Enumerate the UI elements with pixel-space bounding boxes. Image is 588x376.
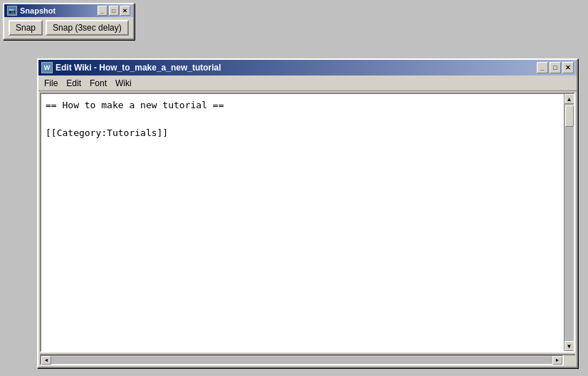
editor-content-wrapper: ▲ ▼ ◄ ► xyxy=(38,91,577,367)
scroll-left-arrow[interactable]: ◄ xyxy=(41,356,51,365)
scroll-up-arrow[interactable]: ▲ xyxy=(565,94,574,104)
scroll-down-arrow[interactable]: ▼ xyxy=(565,341,574,351)
snapshot-icon: 📷 xyxy=(7,6,17,16)
snapshot-title: Snapshot xyxy=(20,6,56,15)
bottom-bar: ◄ ► xyxy=(40,354,575,365)
scroll-right-arrow[interactable]: ► xyxy=(552,356,562,365)
menu-file[interactable]: File xyxy=(40,77,62,90)
editor-maximize-button[interactable]: □ xyxy=(550,62,561,73)
menu-edit[interactable]: Edit xyxy=(62,77,85,90)
menubar: File Edit Font Wiki xyxy=(38,75,577,91)
editor-titlebar: W Edit Wiki - How_to_make_a_new_tutorial… xyxy=(38,60,577,75)
editor-title: Edit Wiki - How_to_make_a_new_tutorial xyxy=(56,63,221,73)
snapshot-minimize-button[interactable]: _ xyxy=(98,6,107,16)
snapshot-titlebar-left: 📷 Snapshot xyxy=(7,6,56,16)
scrollbar-corner xyxy=(564,355,575,366)
menu-wiki[interactable]: Wiki xyxy=(111,77,136,90)
snapshot-controls: _ □ ✕ xyxy=(98,6,130,16)
snapshot-window: 📷 Snapshot _ □ ✕ Snap Snap (3sec delay) xyxy=(3,3,135,40)
scroll-track-v[interactable] xyxy=(565,104,574,341)
editor-icon: W xyxy=(41,62,53,73)
editor-titlebar-left: W Edit Wiki - How_to_make_a_new_tutorial xyxy=(41,62,221,73)
snap-button[interactable]: Snap xyxy=(9,20,43,36)
snapshot-close-button[interactable]: ✕ xyxy=(120,6,130,16)
editor-textarea[interactable] xyxy=(41,94,564,351)
editor-minimize-button[interactable]: _ xyxy=(537,62,548,73)
menu-font[interactable]: Font xyxy=(85,77,111,90)
editor-textarea-container: ▲ ▼ xyxy=(40,93,575,352)
scroll-thumb-v[interactable] xyxy=(565,105,574,127)
snapshot-titlebar: 📷 Snapshot _ □ ✕ xyxy=(4,4,133,17)
snap-delay-button[interactable]: Snap (3sec delay) xyxy=(46,20,129,36)
snapshot-maximize-button[interactable]: □ xyxy=(109,6,119,16)
snapshot-body: Snap Snap (3sec delay) xyxy=(4,17,133,38)
editor-window: W Edit Wiki - How_to_make_a_new_tutorial… xyxy=(37,58,578,368)
editor-controls: _ □ ✕ xyxy=(537,62,574,73)
horizontal-scrollbar[interactable]: ◄ ► xyxy=(40,355,564,365)
vertical-scrollbar[interactable]: ▲ ▼ xyxy=(564,94,574,351)
editor-close-button[interactable]: ✕ xyxy=(562,62,574,73)
scroll-track-h[interactable] xyxy=(51,357,552,364)
